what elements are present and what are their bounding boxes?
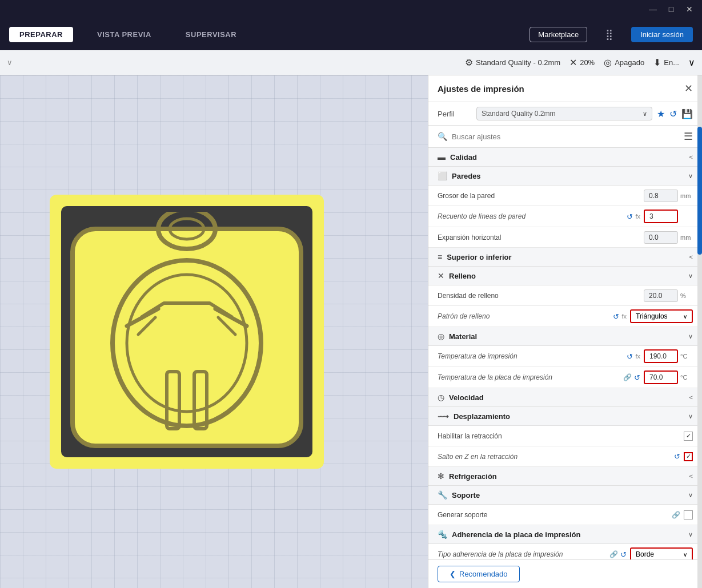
- recuento-lineas-value[interactable]: 3: [644, 210, 678, 223]
- signin-button[interactable]: Iniciar sesión: [631, 27, 693, 42]
- section-superior-inferior[interactable]: ≡ Superior o inferior <: [428, 248, 702, 267]
- recommend-label: Recomendado: [459, 570, 508, 578]
- search-row: 🔍 ☰: [428, 126, 702, 148]
- maximize-button[interactable]: □: [663, 3, 679, 15]
- temp-placa-link-icon[interactable]: 🔗: [623, 373, 632, 381]
- slice-icon: ⬇: [653, 57, 661, 68]
- tipo-adherencia-value: Borde: [636, 550, 654, 558]
- expansion-value[interactable]: 0.0: [644, 231, 678, 244]
- profile-save-button[interactable]: 💾: [681, 108, 693, 119]
- section-relleno[interactable]: ✕ Relleno ∨: [428, 267, 702, 285]
- main-area: Ajustes de impresión ✕ Perfil Standard Q…: [0, 75, 702, 588]
- section-paredes[interactable]: ⬜ Paredes ∨: [428, 167, 702, 186]
- apps-icon[interactable]: ⣿: [601, 26, 617, 43]
- preview-tab[interactable]: VISTA PREVIA: [87, 27, 162, 42]
- calidad-chevron: <: [689, 154, 693, 160]
- section-calidad[interactable]: ▬ Calidad <: [428, 148, 702, 167]
- section-refrigeracion[interactable]: ✻ Refrigeración <: [428, 467, 702, 486]
- grosor-pared-unit: mm: [680, 192, 693, 199]
- setting-temp-impresion: Temperatura de impresión ↺ fx 190.0 °C: [428, 346, 702, 367]
- setting-densidad-relleno: Densidad de relleno 20.0 %: [428, 285, 702, 306]
- patron-reset-icon[interactable]: ↺: [613, 312, 619, 321]
- profile-chevron-icon: ∨: [643, 110, 647, 118]
- calidad-title: Calidad: [450, 153, 685, 162]
- soporte-chevron: ∨: [688, 492, 693, 499]
- velocidad-icon: ◷: [438, 393, 444, 402]
- salto-z-reset-icon[interactable]: ↺: [674, 452, 680, 461]
- velocidad-title: Velocidad: [449, 393, 685, 402]
- setting-patron-relleno: Patrón de relleno ↺ fx Triángulos ∨: [428, 306, 702, 327]
- densidad-relleno-unit: %: [680, 292, 693, 299]
- superior-inferior-chevron: <: [689, 253, 693, 260]
- menu-icon[interactable]: ☰: [684, 130, 693, 143]
- titlebar: — □ ✕: [0, 0, 702, 18]
- profile-name: Standard Quality - 0.2mm: [476, 58, 560, 67]
- recuento-fx-icon[interactable]: fx: [635, 213, 640, 220]
- supervise-tab[interactable]: SUPERVISAR: [175, 27, 247, 42]
- support-indicator[interactable]: ◎ Apagado: [604, 57, 644, 68]
- setting-grosor-pared: Grosor de la pared 0.8 mm: [428, 186, 702, 206]
- toolbar-dropdown-arrow[interactable]: ∨: [7, 58, 13, 67]
- recommend-button[interactable]: ❮ Recomendado: [438, 566, 520, 582]
- search-icon: 🔍: [438, 132, 447, 141]
- salto-z-checkbox[interactable]: ✓: [684, 452, 693, 461]
- slice-indicator[interactable]: ⬇ En...: [653, 57, 679, 68]
- temp-placa-value[interactable]: 70.0: [644, 370, 678, 384]
- profile-indicator[interactable]: ⚙ Standard Quality - 0.2mm: [465, 57, 560, 68]
- soporte-title: Soporte: [452, 491, 684, 500]
- profile-select[interactable]: Standard Quality 0.2mm ∨: [476, 107, 652, 120]
- scrollbar-thumb[interactable]: [697, 127, 702, 255]
- recuento-reset-icon[interactable]: ↺: [627, 212, 633, 221]
- close-button[interactable]: ✕: [681, 3, 697, 15]
- marketplace-button[interactable]: Marketplace: [529, 27, 587, 42]
- tipo-adherencia-dropdown[interactable]: Borde ∨: [630, 547, 693, 559]
- relleno-title: Relleno: [449, 272, 684, 280]
- search-input[interactable]: [452, 132, 679, 141]
- densidad-relleno-value[interactable]: 20.0: [644, 289, 678, 302]
- slice-label: En...: [664, 58, 679, 67]
- densidad-relleno-label: Densidad de relleno: [438, 292, 644, 300]
- salto-z-label: Salto en Z en la retracción: [438, 453, 674, 461]
- panel-close-button[interactable]: ✕: [684, 82, 693, 95]
- temp-impresion-label: Temperatura de impresión: [438, 352, 627, 360]
- patron-relleno-dropdown[interactable]: Triángulos ∨: [630, 309, 693, 323]
- settings-panel: Ajustes de impresión ✕ Perfil Standard Q…: [428, 75, 702, 588]
- scrollbar-track[interactable]: [697, 75, 702, 588]
- section-material[interactable]: ◎ Material ∨: [428, 327, 702, 346]
- toolbar-expand-icon[interactable]: ∨: [688, 57, 695, 68]
- soporte-link-icon[interactable]: 🔗: [672, 511, 680, 519]
- prepare-tab[interactable]: PREPARAR: [9, 27, 73, 42]
- tipo-adherencia-reset-icon[interactable]: ↺: [620, 550, 627, 559]
- profile-star-button[interactable]: ★: [657, 108, 665, 119]
- canvas-area[interactable]: [0, 75, 428, 588]
- desplazamiento-icon: ⟿: [438, 412, 449, 421]
- section-adherencia[interactable]: 🔩 Adherencia de la placa de impresión ∨: [428, 525, 702, 544]
- temp-impresion-reset-icon[interactable]: ↺: [627, 352, 633, 361]
- paredes-title: Paredes: [452, 172, 684, 180]
- soporte-icon: 🔧: [438, 490, 447, 500]
- temp-impresion-value[interactable]: 190.0: [644, 349, 678, 363]
- temp-impresion-fx-icon[interactable]: fx: [635, 353, 640, 360]
- tipo-adherencia-link-icon[interactable]: 🔗: [609, 550, 618, 558]
- habilitar-retraccion-checkbox[interactable]: ✓: [684, 432, 693, 441]
- minimize-button[interactable]: —: [645, 3, 661, 15]
- secondary-toolbar: ∨ ⚙ Standard Quality - 0.2mm ✕ 20% ◎ Apa…: [0, 50, 702, 75]
- temp-placa-label: Temperatura de la placa de impresión: [438, 373, 623, 381]
- profile-settings-icon: ⚙: [465, 57, 473, 68]
- profile-reset-button[interactable]: ↺: [669, 108, 677, 119]
- generar-soporte-checkbox[interactable]: [684, 510, 693, 519]
- patron-fx-icon[interactable]: fx: [621, 313, 627, 320]
- infill-indicator[interactable]: ✕ 20%: [569, 57, 595, 68]
- adherencia-icon: 🔩: [438, 530, 447, 539]
- section-velocidad[interactable]: ◷ Velocidad <: [428, 388, 702, 407]
- section-soporte[interactable]: 🔧 Soporte ∨: [428, 486, 702, 505]
- section-desplazamiento[interactable]: ⟿ Desplazamiento ∨: [428, 407, 702, 426]
- generar-soporte-label: Generar soporte: [438, 511, 672, 519]
- recuento-lineas-label: Recuento de líneas de pared: [438, 212, 627, 220]
- setting-salto-z: Salto en Z en la retracción ↺ ✓: [428, 446, 702, 467]
- profile-value: Standard Quality 0.2mm: [482, 110, 555, 118]
- temp-placa-unit: °C: [680, 374, 693, 381]
- settings-list[interactable]: ▬ Calidad < ⬜ Paredes ∨ Grosor de la par…: [428, 148, 702, 559]
- grosor-pared-value[interactable]: 0.8: [644, 190, 678, 202]
- temp-placa-reset-icon[interactable]: ↺: [634, 373, 640, 382]
